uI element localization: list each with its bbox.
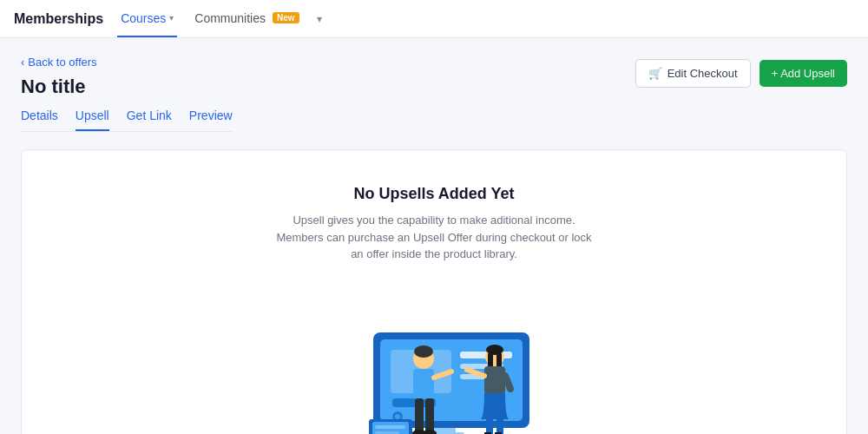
nav-item-communities[interactable]: Communities New [191, 0, 302, 37]
svg-rect-14 [375, 425, 405, 429]
nav-more-icon[interactable]: ▾ [317, 13, 322, 25]
svg-rect-21 [415, 398, 424, 433]
tab-details[interactable]: Details [21, 108, 58, 131]
tab-upsell[interactable]: Upsell [76, 108, 109, 131]
content-area: ‹ Back to offers No title Details Upsell… [0, 38, 868, 434]
svg-rect-32 [486, 418, 493, 435]
courses-label: Courses [121, 11, 166, 25]
app-shell: Memberships Courses ▾ Communities New ▾ … [0, 0, 868, 434]
header-left: ‹ Back to offers No title Details Upsell… [21, 56, 233, 132]
sub-tabs: Details Upsell Get Link Preview [21, 108, 233, 132]
edit-checkout-label: Edit Checkout [667, 67, 738, 80]
back-link[interactable]: ‹ Back to offers [21, 56, 233, 69]
main-card: No Upsells Added Yet Upsell gives you th… [21, 149, 847, 434]
add-upsell-button[interactable]: + Add Upsell [760, 60, 847, 87]
header-actions: 🛒 Edit Checkout + Add Upsell [635, 56, 847, 88]
illustration [321, 280, 547, 435]
svg-rect-29 [484, 366, 505, 394]
svg-point-11 [395, 414, 400, 419]
new-badge: New [273, 12, 299, 23]
page-header: ‹ Back to offers No title Details Upsell… [21, 56, 847, 132]
nav-item-courses[interactable]: Courses ▾ [117, 0, 177, 37]
top-nav: Memberships Courses ▾ Communities New ▾ [0, 0, 868, 38]
svg-rect-33 [496, 418, 503, 435]
svg-rect-9 [444, 398, 470, 407]
empty-state-title: No Upsells Added Yet [39, 185, 829, 203]
cart-icon: 🛒 [648, 67, 662, 80]
back-link-label: Back to offers [28, 56, 96, 69]
svg-rect-15 [375, 431, 399, 434]
brand-logo: Memberships [14, 11, 103, 27]
empty-state-description: Upsell gives you the capability to make … [269, 212, 599, 263]
svg-point-18 [414, 345, 433, 358]
svg-line-31 [505, 376, 510, 389]
svg-rect-19 [413, 369, 434, 399]
chevron-left-icon: ‹ [21, 56, 24, 69]
courses-chevron-icon: ▾ [169, 13, 174, 23]
tab-get-link[interactable]: Get Link [127, 108, 172, 131]
communities-label: Communities [194, 11, 266, 25]
edit-checkout-button[interactable]: 🛒 Edit Checkout [635, 59, 751, 88]
add-upsell-label: + Add Upsell [772, 67, 835, 80]
page-title: No title [21, 76, 233, 98]
svg-rect-22 [425, 398, 434, 433]
tab-preview[interactable]: Preview [189, 108, 233, 131]
